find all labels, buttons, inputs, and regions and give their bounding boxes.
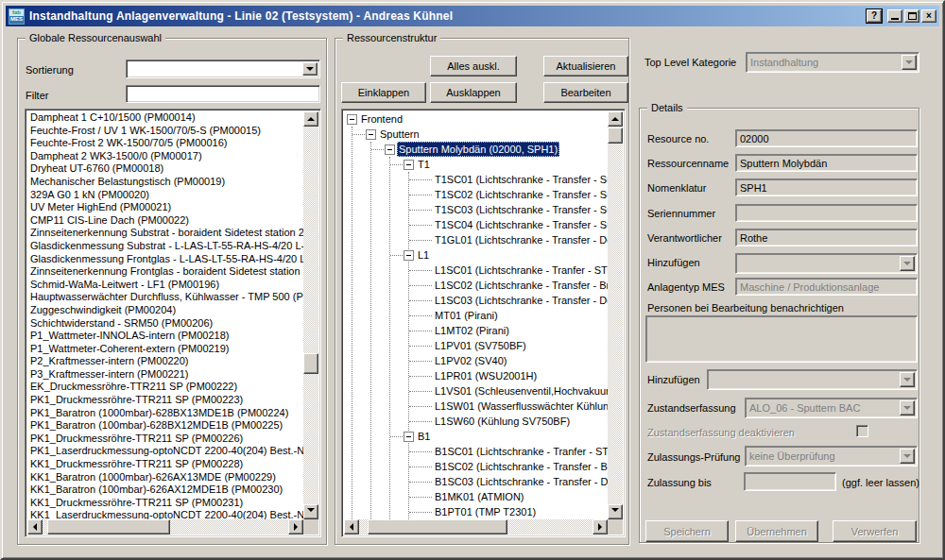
tree-vscrollbar[interactable] xyxy=(608,111,623,519)
tree-node-label[interactable]: L1PV01 (SV750BF) xyxy=(433,338,528,353)
tree-node[interactable]: T1SC01 (Lichtschranke - Transfer - Sub xyxy=(344,172,608,187)
refresh-button[interactable]: Aktualisieren xyxy=(543,56,628,76)
tree-node[interactable]: L1 xyxy=(344,247,608,263)
tree-node[interactable]: Frontend xyxy=(344,111,608,127)
scroll-up-button[interactable] xyxy=(303,111,318,127)
scroll-up-button[interactable] xyxy=(608,111,623,127)
resource-list-item[interactable]: Dryheat UT-6760 (PM00018) xyxy=(27,162,303,176)
tree-node[interactable]: Sputtern Molybdän (02000, SPH1) xyxy=(344,142,608,157)
resource-list-item[interactable]: Feuchte-Frost 2 WK-1500/70/5 (PM00016) xyxy=(27,137,303,150)
tree-node[interactable]: T1SC02 (Lichtschranke - Transfer - Sub xyxy=(344,187,608,202)
resource-list-vscrollbar[interactable] xyxy=(303,111,318,519)
tree-node-label[interactable]: L1MT02 (Pirani) xyxy=(433,323,511,338)
scroll-left-button[interactable] xyxy=(27,519,43,535)
tree-node-label[interactable]: Frontend xyxy=(359,111,404,127)
resource-list-item[interactable]: PK1_Baratron (100mbar)-628BX12MDE1B (PM0… xyxy=(27,419,303,433)
resource-list-item[interactable]: P3_Kraftmesser-intern (PM00221) xyxy=(27,368,303,382)
resource-list-item[interactable]: PK1_Laserdruckmessung-optoNCDT 2200-40(2… xyxy=(27,445,303,458)
tree-node-label[interactable]: T1SC03 (Lichtschranke - Transfer - Sub xyxy=(433,202,608,217)
tree-node[interactable]: B1MK01 (ATMION) xyxy=(344,489,608,504)
scroll-left-button[interactable] xyxy=(344,519,359,535)
resource-list-hscrollbar[interactable] xyxy=(27,519,303,535)
resource-list-item[interactable]: KK1_Baratron (1000mbar)-626AX13MDE (PM00… xyxy=(27,471,303,484)
resource-list-item[interactable]: PK1_Druckmessröhre-TTR211 SP (PM00226) xyxy=(27,433,303,446)
tree-node-label[interactable]: L1 xyxy=(416,247,431,263)
resource-list-item[interactable]: Dampheat 2 WK3-1500/0 (PM00017) xyxy=(27,150,303,163)
tree-node-label[interactable]: L1SW01 (Wasserflusswächter Kühlung xyxy=(433,399,608,414)
tree-node[interactable]: B1SC02 (Lichtschranke - Transfer - Bren xyxy=(344,459,608,474)
close-button[interactable]: × xyxy=(921,9,936,23)
tree-expander-icon[interactable] xyxy=(404,160,414,170)
tree-node[interactable]: B1PT01 (TMP T2301) xyxy=(344,504,608,519)
tree-node-label[interactable]: L1SC03 (Lichtschranke - Transfer - Dete xyxy=(433,293,608,308)
tree-node-label[interactable]: T1SC01 (Lichtschranke - Transfer - Sub xyxy=(433,172,608,187)
tree-node[interactable]: L1SC01 (Lichtschranke - Tranfer - STOP xyxy=(344,263,608,278)
tree-node[interactable]: B1SC03 (Lichtschranke - Transfer - Dete xyxy=(344,474,608,489)
approval-until-input[interactable] xyxy=(744,472,836,491)
tree-node-label[interactable]: B1SC02 (Lichtschranke - Transfer - Bren xyxy=(433,459,608,474)
vscroll-thumb[interactable] xyxy=(303,353,318,374)
tree-node-label[interactable]: L1PV02 (SV40) xyxy=(433,353,508,368)
expand-button[interactable]: Ausklappen xyxy=(430,82,517,103)
tree-node[interactable]: Sputtern xyxy=(344,127,608,142)
tree-node-label[interactable]: B1MK01 (ATMION) xyxy=(433,489,526,504)
tree-expander-icon[interactable] xyxy=(366,129,376,140)
resource-list-item[interactable]: CMP11 CIS-Line Dach (PM00022) xyxy=(27,214,303,228)
vscroll-thumb[interactable] xyxy=(608,127,623,144)
tree-node-label[interactable]: T1 xyxy=(416,157,432,172)
resource-list-item[interactable]: Schichtwiderstand - SRM50 (PM00206) xyxy=(27,317,303,331)
tree-node-label[interactable]: T1SC04 (Lichtschranke - Transfer - Sub xyxy=(433,217,608,232)
tree-node[interactable]: L1SW01 (Wasserflusswächter Kühlung xyxy=(344,399,608,414)
tree-node-label[interactable]: L1SW60 (Kühlung SV750BF) xyxy=(433,414,572,429)
tree-node[interactable]: L1PR01 (WSU2001H) xyxy=(344,368,608,383)
tree-node-label[interactable]: B1SC03 (Lichtschranke - Transfer - Dete xyxy=(433,474,608,489)
tree-node-label[interactable]: L1PR01 (WSU2001H) xyxy=(433,368,539,383)
resource-list-item[interactable]: KK1_Laserdruckmessung-optoNCDT 2200-40(2… xyxy=(27,509,303,519)
tree-node-label[interactable]: L1SC01 (Lichtschranke - Tranfer - STOP xyxy=(433,263,608,278)
tree-node[interactable]: L1PV01 (SV750BF) xyxy=(344,338,608,353)
sort-dropdown[interactable] xyxy=(126,59,320,78)
detail-field[interactable]: Sputtern Molybdän xyxy=(735,154,918,172)
collapse-all-button[interactable]: Alles auskl. xyxy=(430,56,517,76)
tree-node[interactable]: L1SW60 (Kühlung SV750BF) xyxy=(344,414,608,429)
resource-list-item[interactable]: PK1_Druckmessröhre-TTR211 SP (PM00223) xyxy=(27,394,303,407)
tree-node-label[interactable]: L1VS01 (Schleusenventil,Hochvakuum xyxy=(433,383,608,399)
resource-list-item[interactable]: Feuchte-Frost / UV 1 WK-1500/70/5-S (PM0… xyxy=(27,125,303,138)
resource-list-item[interactable]: KK1_Druckmessröhre-TTR211 SP (PM00231) xyxy=(27,497,303,510)
help-button[interactable]: ? xyxy=(867,9,882,23)
resource-list-item[interactable]: KK1_Baratron (100mbar)-626AX12MDE1B (PM0… xyxy=(27,484,303,497)
maximize-button[interactable] xyxy=(904,9,919,23)
sort-dropdown-arrow[interactable] xyxy=(302,62,318,76)
scroll-down-button[interactable] xyxy=(608,504,623,519)
tree-node-label[interactable]: MT01 (Pirani) xyxy=(433,308,500,323)
tree-node[interactable]: B1SC01 (Lichtschranke - Tranfer - STOP xyxy=(344,444,608,459)
tree-node-label[interactable]: B1 xyxy=(416,429,432,444)
hscroll-thumb[interactable] xyxy=(47,519,170,535)
resource-list-item[interactable]: Dampheat 1 C+10/1500 (PM00014) xyxy=(27,111,303,125)
resource-list-item[interactable]: 329A G0 1 kN (PM00020) xyxy=(27,189,303,202)
resource-list-item[interactable]: UV Meter HighEnd (PM00021) xyxy=(27,201,303,214)
scroll-right-button[interactable] xyxy=(593,519,608,535)
tree-node-label[interactable]: B1SC01 (Lichtschranke - Tranfer - STOP xyxy=(433,444,608,459)
resource-list-item[interactable]: Mechanischer Belastungstisch (PM00019) xyxy=(27,176,303,189)
resource-list-item[interactable]: Hauptwasserwächter Durchfluss, Kühlwasse… xyxy=(27,291,303,304)
tree-node[interactable]: T1SC03 (Lichtschranke - Transfer - Sub xyxy=(344,202,608,217)
tree-hscrollbar[interactable] xyxy=(344,519,608,535)
resource-list-item[interactable]: P1_Wattmeter-INNOLAS-intern (PM00218) xyxy=(27,330,303,343)
edit-button[interactable]: Bearbeiten xyxy=(543,82,628,103)
collapse-button[interactable]: Einklappen xyxy=(341,82,426,103)
tree-node-label-selected[interactable]: Sputtern Molybdän (02000, SPH1) xyxy=(397,142,559,157)
resource-list-item[interactable]: KK1_Druckmessröhre-TTR211 SP (PM00228) xyxy=(27,458,303,471)
tree-expander-icon[interactable] xyxy=(347,114,357,125)
hscroll-thumb[interactable] xyxy=(368,519,507,535)
tree-node[interactable]: L1PV02 (SV40) xyxy=(344,353,608,368)
tree-node[interactable]: L1SC02 (Lichtschranke - Transfer - Bren xyxy=(344,278,608,293)
tree-node-label[interactable]: T1GL01 (Lichtschranke - Transfer - Dete xyxy=(433,232,608,247)
tree-node[interactable]: MT01 (Pirani) xyxy=(344,308,608,323)
resource-list-item[interactable]: P2_Kraftmesser-intern (PM00220) xyxy=(27,355,303,368)
detail-field[interactable] xyxy=(735,204,918,222)
resource-list-item[interactable]: Zuggeschwindigkeit (PM00204) xyxy=(27,304,303,317)
resource-list-item[interactable]: Zinnseitenerkennung Substrat - boraident… xyxy=(27,227,303,240)
tree-node-label[interactable]: B1PT01 (TMP T2301) xyxy=(433,504,538,519)
notify-textarea[interactable] xyxy=(645,315,918,363)
